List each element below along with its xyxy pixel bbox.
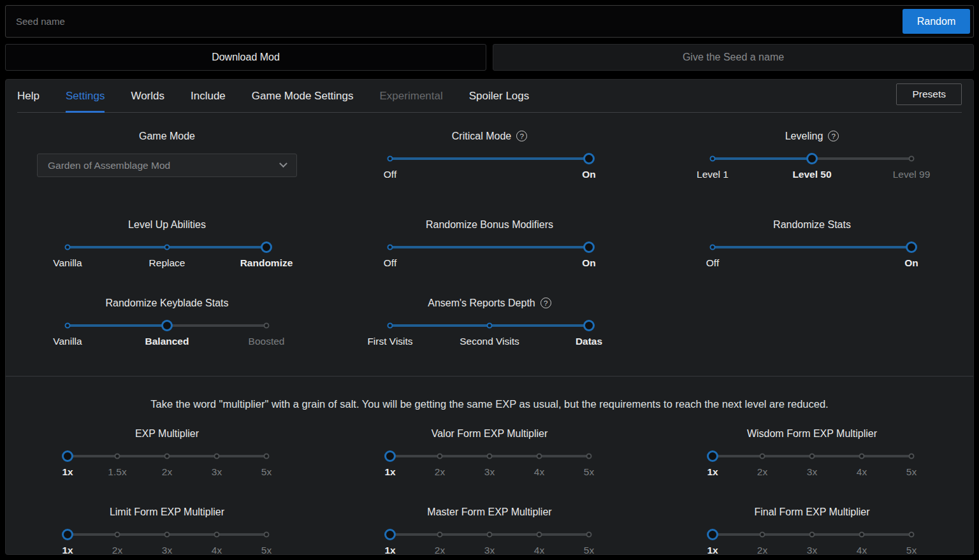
slider-stop[interactable] <box>164 454 170 459</box>
leveling-slider[interactable]: Level 1Level 50Level 99 <box>713 153 911 182</box>
slider-track[interactable] <box>68 450 266 462</box>
slider-knob[interactable] <box>707 529 718 540</box>
slider-stop[interactable] <box>388 323 393 329</box>
slider-stop[interactable] <box>65 323 71 329</box>
slider-stop[interactable] <box>487 454 493 459</box>
slider-track[interactable] <box>390 241 589 253</box>
tab-spoiler-logs[interactable]: Spoiler Logs <box>469 80 530 113</box>
slider-stop[interactable] <box>760 454 765 459</box>
help-icon[interactable]: ? <box>540 298 551 308</box>
help-icon[interactable]: ? <box>516 131 527 141</box>
slider-track[interactable] <box>713 241 911 253</box>
slider-stop[interactable] <box>537 454 542 459</box>
slider-track[interactable] <box>68 241 266 253</box>
slider-stop[interactable] <box>437 532 443 538</box>
slider-stop[interactable] <box>388 245 393 250</box>
slider-stop[interactable] <box>214 532 220 538</box>
randomize-bonus-modifiers-slider[interactable]: OffOn <box>390 241 589 271</box>
master-form-exp-multiplier-slider[interactable]: 1x2x3x4x5x <box>390 529 589 555</box>
slider-track[interactable] <box>713 450 911 462</box>
randomize-keyblade-stats-slider[interactable]: VanillaBalancedBoosted <box>68 320 266 349</box>
slider-stop[interactable] <box>809 532 815 538</box>
slider-stop[interactable] <box>264 323 270 329</box>
tab-game-mode-settings[interactable]: Game Mode Settings <box>252 80 354 113</box>
slider-stop[interactable] <box>809 454 815 459</box>
slider-track[interactable] <box>68 529 266 540</box>
slider-stop[interactable] <box>859 532 865 538</box>
valor-form-exp-multiplier-slider[interactable]: 1x2x3x4x5x <box>390 450 589 480</box>
slider-knob[interactable] <box>62 450 73 462</box>
slider-stop[interactable] <box>264 532 270 538</box>
download-mod-button[interactable]: Download Mod <box>5 44 486 71</box>
slider-track[interactable] <box>713 529 911 540</box>
ansems-reports-depth-slider[interactable]: First VisitsSecond VisitsDatas <box>390 320 589 349</box>
slider-track[interactable] <box>390 153 589 164</box>
wisdom-form-exp-multiplier-setting: Wisdom Form EXP Multiplier1x2x3x4x5x <box>651 410 973 489</box>
slider-option-label: 5x <box>584 466 594 478</box>
presets-button[interactable]: Presets <box>896 83 962 105</box>
slider-knob[interactable] <box>384 450 396 462</box>
randomize-stats-slider[interactable]: OffOn <box>713 241 911 271</box>
slider-knob[interactable] <box>707 450 718 462</box>
slider-stop[interactable] <box>909 156 915 162</box>
slider-knob[interactable] <box>583 241 595 253</box>
random-button[interactable]: Random <box>903 9 970 34</box>
slider-stop[interactable] <box>164 245 170 250</box>
slider-knob[interactable] <box>62 529 73 540</box>
slider-stop[interactable] <box>586 532 592 538</box>
slider-stop[interactable] <box>487 532 493 538</box>
slider-stop[interactable] <box>909 454 915 459</box>
limit-form-exp-multiplier-slider[interactable]: 1x2x3x4x5x <box>68 529 266 555</box>
slider-knob[interactable] <box>161 320 173 331</box>
slider-track[interactable] <box>713 153 911 164</box>
slider-stop[interactable] <box>214 454 220 459</box>
slider-knob[interactable] <box>583 153 595 164</box>
ansems-reports-depth-setting: Ansem's Reports Depth?First VisitsSecond… <box>328 280 651 358</box>
slider-track[interactable] <box>390 320 589 331</box>
slider-stop[interactable] <box>586 454 592 459</box>
slider-knob[interactable] <box>583 320 595 331</box>
slider-stop[interactable] <box>710 156 716 162</box>
exp-multiplier-grid: EXP Multiplier1x1.5x2x3x5xValor Form EXP… <box>6 410 973 555</box>
tab-worlds[interactable]: Worlds <box>131 80 164 113</box>
wisdom-form-exp-multiplier-slider[interactable]: 1x2x3x4x5x <box>713 450 911 480</box>
help-icon[interactable]: ? <box>828 131 839 141</box>
randomize-stats-label: Randomize Stats <box>773 219 851 231</box>
slider-option-label: Replace <box>149 257 185 269</box>
give-seed-name-button[interactable]: Give the Seed a name <box>493 44 974 71</box>
critical-mode-slider[interactable]: OffOn <box>390 153 589 182</box>
slider-track[interactable] <box>390 450 589 462</box>
game-mode-value: Garden of Assemblage Mod <box>48 160 170 171</box>
game-mode-select[interactable]: Garden of Assemblage Mod <box>37 154 297 177</box>
slider-stop[interactable] <box>710 245 716 250</box>
slider-option-label: 5x <box>584 545 594 555</box>
slider-stop[interactable] <box>115 454 120 459</box>
exp-multiplier-slider[interactable]: 1x1.5x2x3x5x <box>68 450 266 480</box>
tab-settings[interactable]: Settings <box>66 80 105 113</box>
slider-stop[interactable] <box>164 532 170 538</box>
slider-stop[interactable] <box>437 454 443 459</box>
slider-option-label: On <box>904 257 918 269</box>
slider-stop[interactable] <box>537 532 542 538</box>
slider-knob[interactable] <box>906 241 917 253</box>
slider-stop[interactable] <box>487 323 493 329</box>
slider-stop[interactable] <box>388 156 393 162</box>
slider-option-label: 1x <box>707 545 718 555</box>
slider-knob[interactable] <box>806 153 818 164</box>
slider-stop[interactable] <box>760 532 765 538</box>
slider-stop[interactable] <box>264 454 270 459</box>
slider-knob[interactable] <box>261 241 272 253</box>
slider-knob[interactable] <box>384 529 396 540</box>
slider-stop[interactable] <box>65 245 71 250</box>
slider-stop[interactable] <box>859 454 865 459</box>
tab-include[interactable]: Include <box>191 80 226 113</box>
slider-track[interactable] <box>390 529 589 540</box>
slider-stop[interactable] <box>909 532 915 538</box>
seed-name-input[interactable] <box>5 5 974 38</box>
slider-track[interactable] <box>68 320 266 331</box>
tab-help[interactable]: Help <box>17 80 40 113</box>
level-up-abilities-slider[interactable]: VanillaReplaceRandomize <box>68 241 266 271</box>
exp-multiplier-note: Take the word "multiplier" with a grain … <box>6 398 973 410</box>
final-form-exp-multiplier-slider[interactable]: 1x2x3x4x5x <box>713 529 911 555</box>
slider-stop[interactable] <box>115 532 120 538</box>
